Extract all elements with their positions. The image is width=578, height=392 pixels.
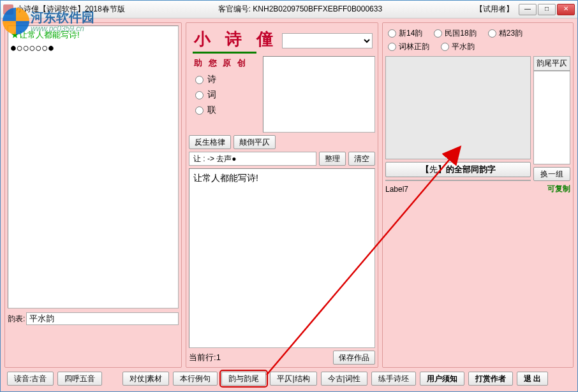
pingze-button[interactable]: 平仄|结构 (270, 372, 316, 386)
brand-row: 小 诗 僮 (189, 25, 375, 56)
rhyme-radio-minguo18[interactable]: 民国18韵 (434, 28, 476, 39)
rhyme-system-radios: 新14韵 民国18韵 精23韵 词林正韵 平水韵 (385, 25, 570, 55)
type-radio-ci[interactable]: 词 (195, 89, 253, 101)
copyable-label: 可复制 (547, 184, 570, 194)
titlebar: 小诗僮【诗词软件】2018春节版 客官编号: KNH2B0209750BFFXE… (1, 1, 577, 18)
tongyun-button[interactable]: 【先】的全部同韵字 (385, 162, 531, 177)
main-textarea[interactable]: 让常人都能写诗! (189, 168, 375, 348)
brand-block: 小 诗 僮 (189, 25, 278, 56)
right-panel: 新14韵 民国18韵 精23韵 词林正韵 平水韵 【先】的全部同韵字 韵尾平仄 (382, 22, 574, 368)
bottom-toolbar: 读音:古音 四呼五音 对仗|素材 本行例句 韵与韵尾 平仄|结构 今古|词性 练… (1, 372, 577, 391)
window-title: 小诗僮【诗词软件】2018春节版 (16, 4, 125, 15)
app-window: 小诗僮【诗词软件】2018春节版 客官编号: KNH2B0209750BFFXE… (0, 0, 578, 392)
right-mid-right: 韵尾平仄 换一组 (533, 56, 570, 181)
yunwei-list[interactable] (533, 71, 570, 164)
app-icon (3, 4, 13, 15)
rhyme-table-input[interactable] (26, 312, 179, 325)
type-radio-shi[interactable]: 诗 (195, 74, 253, 85)
lianshou-button[interactable]: 练手诗坯 (371, 372, 416, 386)
brand-title: 小 诗 僮 (189, 25, 278, 52)
type-radios: 诗 词 联 (189, 70, 259, 120)
close-button[interactable]: ✕ (557, 4, 575, 15)
duyin-button[interactable]: 读音:古音 (7, 372, 54, 386)
qingkong-button[interactable]: 清空 (348, 152, 375, 166)
customer-id: 客官编号: KNH2B0209750BFFXEBFF0B000633 (125, 4, 475, 15)
type-radio-lian[interactable]: 联 (195, 105, 253, 116)
tuichu-button[interactable]: 退 出 (517, 372, 548, 386)
rhyme-radio-cilin[interactable]: 词林正韵 (388, 41, 429, 52)
rhyme-box-1[interactable] (385, 56, 531, 159)
subtitle: 助 您 原 创 (189, 56, 259, 70)
left-panel: ★让常人都能写诗! ●○○○○○● 韵表: (4, 22, 182, 368)
gelv-buttons: 反生格律 颠倒平仄 (189, 135, 375, 149)
save-button[interactable]: 保存作品 (333, 351, 375, 365)
yunyu-button[interactable]: 韵与韵尾 (221, 372, 266, 386)
rhyme-box-2[interactable] (385, 180, 531, 181)
rhyme-table-label: 韵表: (8, 314, 25, 324)
preview-box[interactable] (263, 56, 375, 133)
minimize-button[interactable]: — (519, 4, 537, 15)
content-area: ★让常人都能写诗! ●○○○○○● 韵表: 小 诗 僮 助 您 原 (1, 18, 577, 372)
diandao-button[interactable]: 颠倒平仄 (233, 135, 276, 149)
char-status: 让 : -> 去声● (189, 152, 316, 166)
list-item[interactable]: ★让常人都能写诗! (11, 29, 175, 41)
window-controls: — □ ✕ (519, 4, 575, 15)
huanyizu-button[interactable]: 换一组 (533, 167, 570, 181)
maximize-button[interactable]: □ (538, 4, 556, 15)
trial-label: 【试用者】 (475, 4, 514, 15)
status-row: 让 : -> 去声● 整理 清空 (189, 152, 375, 166)
brand-dropdown[interactable] (282, 33, 373, 48)
middle-panel: 小 诗 僮 助 您 原 创 诗 词 联 (186, 22, 378, 368)
jingu-button[interactable]: 今古|词性 (321, 372, 367, 386)
benhang-button[interactable]: 本行例句 (173, 372, 218, 386)
mid-bottom-status: 当前行:1 保存作品 (189, 351, 375, 365)
zhengli-button[interactable]: 整理 (319, 152, 346, 166)
yunwei-header: 韵尾平仄 (533, 56, 570, 71)
right-bottom: Label7 可复制 (385, 184, 570, 194)
dashang-button[interactable]: 打赏作者 (468, 372, 513, 386)
brand-underline (193, 52, 256, 54)
yonghu-button[interactable]: 用户须知 (420, 372, 464, 386)
rhyme-radio-pingshui[interactable]: 平水韵 (441, 41, 475, 52)
rhyme-table-row: 韵表: (8, 312, 179, 325)
sihu-button[interactable]: 四呼五音 (57, 372, 102, 386)
right-mid-left: 【先】的全部同韵字 (385, 56, 531, 181)
duizhang-button[interactable]: 对仗|素材 (122, 372, 169, 386)
rhyme-radio-xin14[interactable]: 新14韵 (388, 28, 422, 39)
tone-pattern: ●○○○○○● (11, 41, 175, 54)
poem-list[interactable]: ★让常人都能写诗! ●○○○○○● (8, 25, 179, 309)
rhyme-radio-jing23[interactable]: 精23韵 (488, 28, 522, 39)
mid-top-right (263, 56, 375, 133)
label7: Label7 (385, 185, 408, 194)
type-column: 助 您 原 创 诗 词 联 (189, 56, 259, 133)
current-line: 当前行:1 (189, 352, 221, 363)
fansheng-button[interactable]: 反生格律 (189, 135, 231, 149)
right-mid: 【先】的全部同韵字 韵尾平仄 换一组 (385, 56, 570, 181)
mid-top-row: 助 您 原 创 诗 词 联 (189, 56, 375, 133)
